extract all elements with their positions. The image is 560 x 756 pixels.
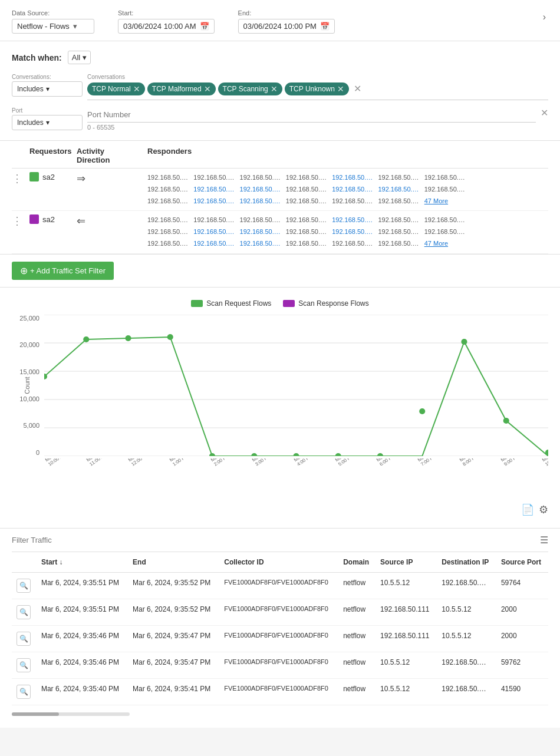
more-link-1[interactable]: 47 More xyxy=(424,197,448,204)
row-search-icon[interactable]: 🔍 xyxy=(17,579,31,593)
match-when-value: All xyxy=(72,53,80,62)
row-search-icon[interactable]: 🔍 xyxy=(17,658,31,672)
conversations-select-wrap: Conversations: Includes ▾ xyxy=(12,74,83,97)
traffic-end-5: Mar 6, 2024, 9:35:41 PM xyxy=(128,678,219,705)
row-menu-icon[interactable]: ⋮ xyxy=(12,172,29,185)
row-search-icon[interactable]: 🔍 xyxy=(17,605,31,619)
conversations-chevron: ▾ xyxy=(46,85,50,93)
tag-tcp-unknown: TCP Unknown ✕ xyxy=(285,82,349,95)
ip-link[interactable]: 192.168.50.… xyxy=(332,228,373,235)
datasource-group: Data Source: Netflow - Flows ▾ xyxy=(12,9,94,34)
row-requestor-sa2-purple: sa2 xyxy=(29,214,77,224)
traffic-dest-ip-3: 10.5.5.12 xyxy=(437,625,496,652)
ip-link[interactable]: 192.168.50.… xyxy=(332,186,373,193)
table-row: ⋮ sa2 ⇐ 192.168.50.… 192.168.50.… 192.16… xyxy=(12,211,548,253)
list-item: 🔍 Mar 6, 2024, 9:35:40 PM Mar 6, 2024, 9… xyxy=(12,678,548,705)
chart-export-icon[interactable]: 📄 xyxy=(521,503,534,516)
filter-icon: ☰ xyxy=(540,534,548,546)
traffic-source-ip-4: 10.5.5.12 xyxy=(375,652,437,678)
traffic-collector-4: FVE1000ADF8F0/FVE1000ADF8F0 xyxy=(219,652,338,678)
chart-svg xyxy=(44,315,548,456)
ip-link[interactable]: 192.168.50.… xyxy=(240,186,281,193)
traffic-source-port-5: 41590 xyxy=(496,678,548,705)
x-label: Mar 6, 2024,7:00 PM xyxy=(417,458,429,467)
horizontal-scrollbar[interactable] xyxy=(12,712,130,716)
match-when-label: Match when: xyxy=(12,53,62,62)
row-menu-icon[interactable]: ⋮ xyxy=(12,214,29,227)
tag-close-tcp-malformed[interactable]: ✕ xyxy=(204,84,211,94)
tag-close-tcp-normal[interactable]: ✕ xyxy=(133,84,140,94)
tag-close-tcp-scanning[interactable]: ✕ xyxy=(271,84,278,94)
match-when-row: Match when: All ▾ xyxy=(12,51,548,64)
list-item: 🔍 Mar 6, 2024, 9:35:51 PM Mar 6, 2024, 9… xyxy=(12,572,548,599)
chart-dot xyxy=(335,453,341,456)
port-includes-select[interactable]: Includes ▾ xyxy=(12,115,83,130)
ip-link[interactable]: 192.168.50.… xyxy=(193,240,234,247)
row-icon-cell: 🔍 xyxy=(12,625,37,652)
list-item: 🔍 Mar 6, 2024, 9:35:46 PM Mar 6, 2024, 9… xyxy=(12,625,548,652)
row-search-icon[interactable]: 🔍 xyxy=(17,632,31,646)
calendar-icon: 📅 xyxy=(200,22,209,31)
scrollbar-thumb xyxy=(12,712,59,716)
tag-close-tcp-unknown[interactable]: ✕ xyxy=(337,84,344,94)
end-label: End: xyxy=(238,9,335,16)
end-date-field[interactable]: 03/06/2024 10:00 PM 📅 xyxy=(238,19,335,34)
col-start[interactable]: Start ↓ xyxy=(37,552,128,573)
ip-link[interactable]: 192.168.50.… xyxy=(193,197,234,204)
add-traffic-set-filter-button[interactable]: ⊕ + Add Traffic Set Filter xyxy=(12,262,114,280)
traffic-end-4: Mar 6, 2024, 9:35:47 PM xyxy=(128,652,219,678)
chart-dot xyxy=(125,335,131,341)
legend-color-purple xyxy=(283,300,295,307)
add-filter-section: ⊕ + Add Traffic Set Filter xyxy=(0,255,560,288)
collapse-button[interactable]: › xyxy=(541,9,548,25)
ip-link[interactable]: 192.168.50.… xyxy=(332,174,373,181)
filter-traffic-input[interactable] xyxy=(12,536,535,544)
x-label: Mar 6, 2024,2:00 PM xyxy=(210,458,222,467)
col-destination-ip-label: Destination IP xyxy=(442,558,489,566)
port-number-input[interactable] xyxy=(87,107,536,123)
chart-dot xyxy=(503,418,509,424)
x-axis-labels: Mar 6, 2024,10:00 AM Mar 6, 2024,11:00 A… xyxy=(12,458,548,469)
col-header-requestors: Requestors xyxy=(29,147,77,164)
chart-settings-icon[interactable]: ⚙ xyxy=(539,503,548,516)
start-value: 03/06/2024 10:00 AM xyxy=(123,22,196,31)
chart-dot xyxy=(209,453,215,456)
y-label-10000: 10,000 xyxy=(19,395,39,402)
ip-link[interactable]: 192.168.50.… xyxy=(332,216,373,223)
ip-link[interactable]: 192.168.50.… xyxy=(193,228,234,235)
datasource-select[interactable]: Netflow - Flows ▾ xyxy=(12,19,94,34)
traffic-domain-2: netflow xyxy=(338,599,375,625)
ip-link[interactable]: 192.168.50.… xyxy=(240,228,281,235)
port-select-value: Includes xyxy=(17,118,44,127)
conversations-includes-select[interactable]: Includes ▾ xyxy=(12,81,83,97)
chart-dot xyxy=(377,453,383,456)
y-label-25000: 25,000 xyxy=(19,315,39,322)
ip-link[interactable]: 192.168.50.… xyxy=(240,197,281,204)
row-icon-cell: 🔍 xyxy=(12,678,37,705)
tags-close-all-button[interactable]: ✕ xyxy=(354,83,361,94)
chart-action-icons: 📄 ⚙ xyxy=(12,503,548,516)
collector-id-text: FVE1000ADF8F0/FVE1000ADF8F0 xyxy=(224,685,334,692)
col-collector-id-label: Collector ID xyxy=(224,558,263,566)
tag-label: TCP Unknown xyxy=(289,85,335,93)
tag-label: TCP Normal xyxy=(92,85,131,93)
start-date-field[interactable]: 03/06/2024 10:00 AM 📅 xyxy=(118,19,215,34)
plus-circle-icon: ⊕ xyxy=(20,265,28,276)
traffic-start-5: Mar 6, 2024, 9:35:40 PM xyxy=(37,678,128,705)
row-requestor-sa2-green: sa2 xyxy=(29,172,77,181)
match-when-select[interactable]: All ▾ xyxy=(68,51,91,64)
more-link-2[interactable]: 47 More xyxy=(424,240,448,247)
legend-color-green xyxy=(191,300,203,307)
collector-id-text: FVE1000ADF8F0/FVE1000ADF8F0 xyxy=(224,658,334,665)
col-icon xyxy=(12,552,37,573)
add-filter-label: + Add Traffic Set Filter xyxy=(30,266,106,275)
ip-link[interactable]: 192.168.50.… xyxy=(240,240,281,247)
port-input-wrap: 0 - 65535 xyxy=(87,107,536,131)
traffic-source-port-4: 59762 xyxy=(496,652,548,678)
tag-label: TCP Scanning xyxy=(223,85,268,93)
ip-link[interactable]: 192.168.50.… xyxy=(378,186,419,193)
ip-link[interactable]: 192.168.50.… xyxy=(193,186,234,193)
port-close-button[interactable]: ✕ xyxy=(541,107,548,118)
traffic-source-ip-3: 192.168.50.111 xyxy=(375,625,437,652)
row-search-icon[interactable]: 🔍 xyxy=(17,685,31,699)
